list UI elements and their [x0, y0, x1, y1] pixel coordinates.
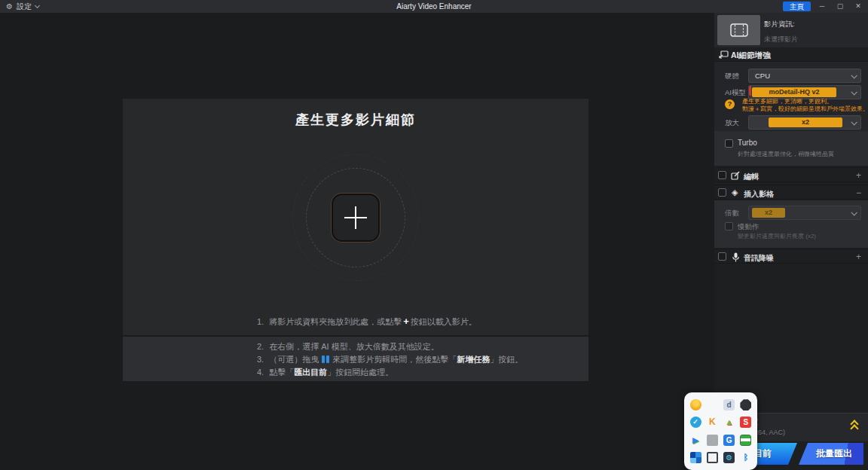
step-text: 按鈕以載入影片。	[411, 317, 477, 326]
edit-section-row: 編輯 +	[714, 167, 868, 182]
tray-icon-monitor-app[interactable]	[704, 449, 720, 466]
chevron-down-icon	[851, 89, 857, 95]
turbo-block: Turbo 針對處理速度最佳化，稍微犧牲品質	[714, 131, 868, 166]
tray-icon-bluetooth[interactable]: ᛒ	[738, 449, 754, 466]
ai-settings-block: 硬體 CPU AI模型 moDetail-HQ v2 ? 產生更多細節，更清晰，…	[714, 62, 868, 131]
windows-logo-icon	[690, 452, 701, 463]
instruction-step-2: 2.在右側，選擇 AI 模型、放大倍數及其他設定。	[257, 341, 439, 352]
section-title: AI細節增強	[731, 50, 771, 61]
collapse-up-icon[interactable]	[850, 420, 860, 432]
app-title: Aiarty Video Enhancer	[0, 0, 868, 13]
g-sync-icon: G	[723, 435, 735, 446]
tray-icon-gear-app[interactable]: ⚙	[721, 449, 738, 466]
plus-icon: +	[403, 316, 409, 327]
tray-icon-g-sync-app[interactable]: G	[721, 432, 738, 449]
key-app-icon: K	[707, 417, 718, 428]
edit-icon	[731, 171, 740, 180]
model-description-line1: 產生更多細節，更清晰，更銳利。	[742, 98, 868, 105]
tray-icon-green-video-app[interactable]	[738, 432, 754, 449]
slow-motion-label: 慢動作	[738, 222, 760, 232]
tray-icon-key-app[interactable]: K	[704, 414, 720, 431]
tray-icon-mountain-app[interactable]: ▲	[721, 414, 738, 431]
page-title: 產生更多影片細節	[123, 111, 588, 129]
tray-icon-orange-pin[interactable]	[687, 396, 704, 414]
gray-square-icon	[707, 435, 718, 446]
multiplier-dropdown[interactable]: x2	[748, 206, 861, 220]
main-drop-area[interactable]: 產生更多影片細節 1.將影片或資料夾拖放到此處，或點擊+按鈕以載入影片。	[123, 99, 588, 335]
chevron-down-icon	[851, 209, 857, 215]
audio-denoise-label: 音訊降噪	[744, 253, 774, 264]
window-controls: 主頁 ─ ▢ ✕	[783, 0, 865, 13]
enhance-icon	[719, 50, 729, 59]
add-video-button[interactable]	[332, 194, 380, 242]
step-text: 來調整影片剪輯時間，然後點擊「	[332, 355, 457, 364]
scale-dropdown[interactable]: x2	[748, 115, 861, 130]
dark-badge-icon	[740, 399, 751, 410]
home-button[interactable]: 主頁	[783, 2, 811, 11]
audio-expand-button[interactable]: +	[856, 252, 861, 262]
step-emphasis: 匯出目前	[294, 368, 327, 377]
turbo-label: Turbo	[738, 139, 757, 147]
help-icon[interactable]: ?	[725, 99, 735, 109]
tray-empty-slot	[704, 396, 720, 414]
interpolation-checkbox[interactable]	[718, 188, 726, 197]
video-thumbnail-placeholder	[717, 15, 760, 45]
step-text: 」按鈕。	[490, 355, 523, 364]
audio-section-row: 音訊降噪 +	[714, 249, 868, 264]
step-number: 1.	[257, 317, 264, 326]
maximize-button[interactable]: ▢	[833, 0, 847, 13]
tray-icon-dark-badge[interactable]	[738, 396, 754, 414]
hardware-value: CPU	[755, 72, 770, 80]
tray-icon-windows-app[interactable]	[687, 449, 704, 466]
no-video-text: 未選擇影片	[764, 35, 798, 44]
model-description-line2: 動漫＋寫實，較好的細節呈現和戶外場景效果。	[742, 105, 868, 113]
multiplier-label: 倍數	[725, 209, 739, 218]
slow-motion-checkbox[interactable]	[725, 222, 733, 230]
green-video-icon	[740, 435, 751, 446]
interpolation-label: 插入影格	[744, 189, 774, 200]
monitor-icon	[707, 452, 718, 463]
instruction-step-1: 1.將影片或資料夾拖放到此處，或點擊+按鈕以載入影片。	[257, 316, 477, 328]
step-text: 將影片或資料夾拖放到此處，或點擊	[269, 317, 402, 326]
microphone-icon	[732, 252, 739, 262]
play-arrow-icon: ▶	[690, 435, 701, 446]
tray-icon-s-app[interactable]: S	[738, 414, 754, 431]
step-text: 點擊「	[269, 368, 294, 377]
audio-denoise-checkbox[interactable]	[718, 252, 726, 261]
d-app-icon: d	[723, 399, 735, 410]
instructions-panel: 2.在右側，選擇 AI 模型、放大倍數及其他設定。 3.（可選）拖曳來調整影片剪…	[123, 337, 588, 381]
video-info-label: 影片資訊:	[764, 20, 795, 29]
turbo-description: 針對處理速度最佳化，稍微犧牲品質	[738, 150, 834, 158]
batch-export-button[interactable]: 批量匯出	[799, 443, 863, 465]
minimize-button[interactable]: ─	[815, 0, 829, 13]
edit-checkbox[interactable]	[718, 171, 726, 179]
chevron-down-icon	[851, 72, 857, 78]
turbo-checkbox[interactable]	[725, 139, 733, 148]
step-text: 」按鈕開始處理。	[327, 368, 393, 377]
system-tray-popup: d ✓ K ▲ S ▶ G ⚙ ᛒ	[684, 392, 757, 470]
tray-icon-gray-square-app[interactable]	[704, 432, 720, 449]
instruction-step-3: 3.（可選）拖曳來調整影片剪輯時間，然後點擊「新增任務」按鈕。	[257, 354, 523, 365]
edit-expand-button[interactable]: +	[856, 170, 861, 181]
interpolation-section-row: ◈ 插入影格 −	[714, 185, 868, 200]
step-number: 2.	[257, 342, 264, 351]
check-app-icon: ✓	[690, 417, 701, 428]
hardware-dropdown[interactable]: CPU	[748, 69, 861, 83]
gear-app-icon: ⚙	[723, 452, 735, 463]
enhance-section-header: AI細節增強	[714, 47, 868, 62]
chevron-down-icon	[851, 119, 857, 125]
instruction-step-4: 4.點擊「匯出目前」按鈕開始處理。	[257, 367, 393, 378]
scale-value-pill: x2	[769, 118, 842, 127]
model-flag-icon	[749, 86, 751, 96]
titlebar: ⚙ 設定 Aiarty Video Enhancer 主頁 ─ ▢ ✕	[0, 0, 868, 13]
frames-icon: ◈	[732, 188, 738, 197]
step-text: （可選）拖曳	[269, 355, 319, 364]
interpolation-collapse-button[interactable]: −	[856, 188, 861, 198]
interpolation-options-panel: 倍數 x2 慢動作 變更影片速度與影片長度 (x2)	[714, 200, 868, 248]
step-number: 4.	[257, 368, 264, 377]
close-button[interactable]: ✕	[851, 0, 865, 13]
hardware-label: 硬體	[725, 72, 739, 81]
tray-icon-play-arrow-app[interactable]: ▶	[687, 432, 704, 449]
tray-icon-check-app[interactable]: ✓	[687, 414, 704, 431]
tray-icon-d-app[interactable]: d	[721, 396, 738, 414]
